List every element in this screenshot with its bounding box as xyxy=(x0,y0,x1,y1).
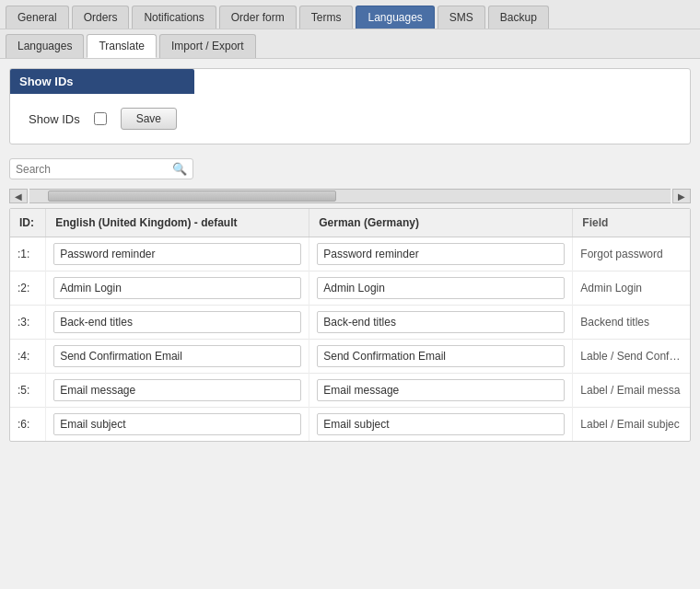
english-input[interactable] xyxy=(53,243,301,265)
show-ids-checkbox[interactable] xyxy=(94,112,107,125)
cell-german xyxy=(309,408,573,442)
cell-english xyxy=(46,237,309,271)
search-input[interactable] xyxy=(16,163,172,176)
cell-field: Admin Login xyxy=(573,271,690,306)
cell-english xyxy=(46,306,309,340)
cell-german xyxy=(309,237,573,271)
english-input[interactable] xyxy=(53,277,301,299)
subtab-languages[interactable]: Languages xyxy=(6,34,84,58)
scroll-right-button[interactable]: ▶ xyxy=(672,189,691,203)
cell-id: :5: xyxy=(10,374,46,408)
english-input[interactable] xyxy=(53,413,301,435)
table-row: :6:Label / Email subjec xyxy=(10,408,690,442)
german-input[interactable] xyxy=(317,413,565,435)
top-tab-bar: General Orders Notifications Order form … xyxy=(0,0,700,29)
show-ids-section: Show IDs Show IDs Save xyxy=(9,68,691,144)
column-header-english: English (United Kingdom) - default xyxy=(46,209,309,237)
horizontal-scrollbar: ◀ ▶ xyxy=(9,189,691,203)
tab-sms[interactable]: SMS xyxy=(438,6,485,29)
column-header-german: German (Germany) xyxy=(309,209,573,237)
cell-field: Forgot password xyxy=(573,237,690,271)
save-button[interactable]: Save xyxy=(121,108,177,130)
tab-orders[interactable]: Orders xyxy=(72,6,130,29)
table-row: :5:Label / Email messa xyxy=(10,374,690,408)
cell-field: Backend titles xyxy=(573,306,690,340)
cell-id: :4: xyxy=(10,340,46,374)
german-input[interactable] xyxy=(317,311,565,333)
tab-backup[interactable]: Backup xyxy=(488,6,549,29)
subtab-translate[interactable]: Translate xyxy=(87,34,157,58)
table-row: :4:Lable / Send Confirm xyxy=(10,340,690,374)
tab-order-form[interactable]: Order form xyxy=(219,6,297,29)
cell-id: :1: xyxy=(10,237,46,271)
german-input[interactable] xyxy=(317,345,565,367)
cell-english xyxy=(46,374,309,408)
german-input[interactable] xyxy=(317,277,565,299)
search-input-wrap: 🔍 xyxy=(9,158,193,179)
german-input[interactable] xyxy=(317,379,565,401)
table-row: :1:Forgot password xyxy=(10,237,690,271)
column-header-id: ID: xyxy=(10,209,46,237)
cell-english xyxy=(46,340,309,374)
english-input[interactable] xyxy=(53,311,301,333)
cell-id: :6: xyxy=(10,408,46,442)
tab-general[interactable]: General xyxy=(6,6,69,29)
cell-field: Label / Email messa xyxy=(573,374,690,408)
cell-field: Lable / Send Confirm xyxy=(573,340,690,374)
main-content: Show IDs Show IDs Save 🔍 ◀ ▶ ID: En xyxy=(0,59,700,451)
translation-table: ID: English (United Kingdom) - default G… xyxy=(9,208,691,442)
search-container: 🔍 xyxy=(9,158,691,179)
cell-english xyxy=(46,408,309,442)
tab-terms[interactable]: Terms xyxy=(299,6,354,29)
search-icon: 🔍 xyxy=(172,162,187,176)
scroll-left-button[interactable]: ◀ xyxy=(9,189,28,203)
cell-id: :3: xyxy=(10,306,46,340)
subtab-import-export[interactable]: Import / Export xyxy=(159,34,256,58)
table-row: :2:Admin Login xyxy=(10,271,690,306)
cell-field: Label / Email subjec xyxy=(573,408,690,442)
show-ids-label: Show IDs xyxy=(29,112,80,126)
tab-notifications[interactable]: Notifications xyxy=(132,6,216,29)
scroll-track[interactable] xyxy=(29,189,671,203)
english-input[interactable] xyxy=(53,379,301,401)
german-input[interactable] xyxy=(317,243,565,265)
column-header-field: Field xyxy=(573,209,690,237)
cell-german xyxy=(309,306,573,340)
tab-languages[interactable]: Languages xyxy=(356,6,434,29)
cell-german xyxy=(309,271,573,306)
scroll-thumb[interactable] xyxy=(48,191,336,202)
show-ids-header: Show IDs xyxy=(10,69,194,94)
cell-id: :2: xyxy=(10,271,46,306)
cell-german xyxy=(309,340,573,374)
table-row: :3:Backend titles xyxy=(10,306,690,340)
cell-german xyxy=(309,374,573,408)
table-header-row: ID: English (United Kingdom) - default G… xyxy=(10,209,690,237)
english-input[interactable] xyxy=(53,345,301,367)
sub-tab-bar: Languages Translate Import / Export xyxy=(0,29,700,59)
cell-english xyxy=(46,271,309,306)
